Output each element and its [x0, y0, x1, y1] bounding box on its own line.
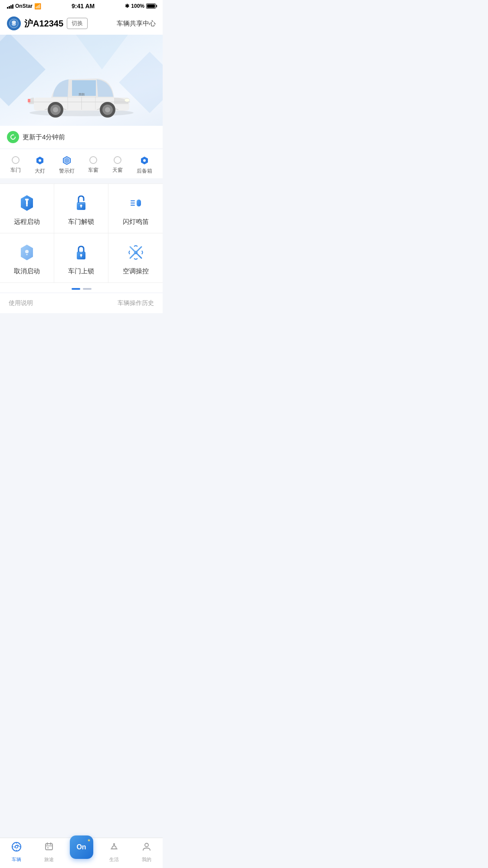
remote-start-button[interactable]: 远程启动 [0, 184, 54, 233]
svg-point-41 [80, 251, 82, 252]
time-display: 9:41 AM [72, 3, 95, 10]
indicator-sunroof[interactable]: 天窗 [112, 156, 123, 175]
ac-control-button[interactable]: 空调操控 [108, 233, 163, 283]
svg-rect-25 [25, 199, 29, 200]
ac-control-icon [125, 242, 146, 263]
car-image: 英朗 [21, 61, 142, 121]
bluetooth-icon: ✱ [125, 3, 129, 9]
indicator-dot-sunroof [114, 156, 121, 164]
page-dot-1[interactable] [72, 288, 80, 290]
car-illustration: 英朗 [21, 63, 142, 119]
svg-point-27 [26, 205, 28, 206]
indicator-door[interactable]: 车门 [10, 156, 21, 175]
svg-rect-34 [131, 205, 135, 206]
indicator-label-sunroof: 天窗 [112, 167, 123, 174]
flash-horn-label: 闪灯鸣笛 [123, 218, 149, 226]
svg-rect-26 [26, 200, 28, 205]
indicator-label-headlight: 大灯 [35, 167, 45, 175]
indicator-trunk[interactable]: 后备箱 [137, 156, 152, 175]
door-lock-button[interactable]: 车门上锁 [54, 233, 108, 283]
svg-rect-30 [81, 206, 82, 208]
share-center-link[interactable]: 车辆共享中心 [117, 20, 156, 28]
switch-vehicle-button[interactable]: 切换 [67, 18, 88, 29]
indicator-window[interactable]: 车窗 [88, 156, 98, 175]
indicator-hazard[interactable]: 警示灯 [59, 156, 75, 175]
indicator-label-door: 车门 [10, 167, 21, 174]
plate-number: 沪A12345 [24, 18, 63, 29]
indicator-dot-hazard [62, 156, 71, 165]
svg-rect-40 [81, 255, 82, 257]
battery-percent: 100% [131, 3, 144, 9]
svg-text:英朗: 英朗 [79, 93, 85, 96]
flash-horn-icon [125, 193, 146, 213]
indicator-dot-window [89, 156, 97, 164]
door-unlock-icon [71, 193, 92, 213]
status-bar: OnStar 📶 9:41 AM ✱ 100% [0, 0, 163, 12]
svg-rect-13 [28, 99, 30, 102]
svg-point-19 [39, 159, 41, 162]
svg-rect-31 [137, 200, 141, 206]
svg-point-23 [143, 159, 146, 162]
signal-bars [7, 3, 13, 9]
carrier-label: OnStar [15, 3, 33, 9]
refresh-icon[interactable] [7, 131, 19, 143]
svg-marker-21 [64, 157, 69, 164]
car-hero-section: 英朗 [0, 35, 163, 126]
operation-history-link[interactable]: 车辆操作历史 [118, 299, 154, 307]
indicator-headlight[interactable]: 大灯 [35, 156, 45, 175]
flash-horn-button[interactable]: 闪灯鸣笛 [108, 184, 163, 233]
svg-point-12 [124, 98, 130, 102]
svg-point-36 [25, 250, 29, 253]
door-lock-icon [71, 242, 92, 263]
indicator-label-hazard: 警示灯 [59, 167, 75, 175]
svg-rect-32 [131, 200, 135, 201]
indicator-label-trunk: 后备箱 [137, 167, 152, 175]
status-left: OnStar 📶 [7, 3, 41, 10]
buick-logo [7, 16, 21, 30]
remote-start-icon [16, 193, 37, 213]
ac-control-label: 空调操控 [123, 267, 149, 275]
quick-links-row: 使用说明 车辆操作历史 [0, 293, 163, 313]
update-time-text: 更新于4分钟前 [23, 133, 65, 141]
indicator-dot-headlight [36, 156, 44, 165]
cancel-start-button[interactable]: 取消启动 [0, 233, 54, 283]
usage-guide-link[interactable]: 使用说明 [9, 299, 33, 307]
indicator-label-window: 车窗 [88, 167, 98, 174]
svg-rect-37 [26, 254, 28, 255]
door-unlock-button[interactable]: 车门解锁 [54, 184, 108, 233]
remote-start-label: 远程启动 [14, 218, 40, 226]
status-indicators-row: 车门 大灯 警示灯 车窗 天窗 [0, 149, 163, 178]
svg-rect-33 [131, 203, 135, 203]
wifi-icon: 📶 [34, 3, 41, 10]
update-status-row: 更新于4分钟前 [0, 126, 163, 148]
page-dots [0, 283, 163, 292]
cancel-start-icon [16, 242, 37, 263]
status-right: ✱ 100% [125, 3, 156, 9]
svg-point-11 [105, 107, 110, 112]
app-header: 沪A12345 切换 车辆共享中心 [0, 12, 163, 35]
cancel-start-label: 取消启动 [14, 267, 40, 275]
battery-indicator [146, 3, 156, 9]
controls-grid: 远程启动 车门解锁 [0, 183, 163, 283]
indicator-dot-door [12, 156, 20, 164]
header-left: 沪A12345 切换 [7, 16, 88, 30]
svg-point-8 [53, 107, 58, 112]
svg-point-46 [134, 251, 138, 254]
door-lock-label: 车门上锁 [68, 267, 94, 275]
door-unlock-label: 车门解锁 [68, 218, 94, 226]
page-dot-2[interactable] [83, 288, 92, 290]
indicator-dot-trunk [140, 156, 149, 165]
svg-point-2 [12, 23, 16, 26]
